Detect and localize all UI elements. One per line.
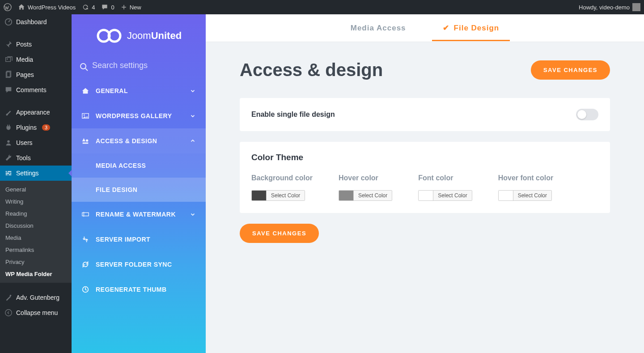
- pages-icon: [4, 71, 13, 79]
- settings-submenu: General Writing Reading Discussion Media…: [0, 181, 72, 283]
- font-color-swatch: [419, 191, 433, 200]
- updates-link[interactable]: 4: [82, 4, 95, 11]
- background-color-swatch: [252, 191, 266, 200]
- wrench-icon: [4, 154, 13, 162]
- font-select-color-button[interactable]: Select Color: [433, 191, 471, 200]
- tab-file-design[interactable]: ✔ File Design: [440, 15, 502, 41]
- rename-icon: [81, 210, 90, 218]
- color-theme-card: Color Theme Background color Select Colo…: [240, 142, 610, 213]
- menu-appearance[interactable]: Appearance: [0, 105, 72, 120]
- ju-submenu-file-design[interactable]: FILE DESIGN: [72, 178, 206, 202]
- wp-admin-sidebar: Dashboard Posts Media Pages Comments App…: [0, 14, 72, 353]
- enable-single-file-label: Enable single file design: [251, 111, 335, 119]
- user-icon: [4, 139, 13, 147]
- design-icon: [81, 137, 90, 145]
- content-area: Media Access ✔ File Design Access & desi…: [206, 14, 644, 353]
- hover-select-color-button[interactable]: Select Color: [353, 191, 392, 200]
- search-input[interactable]: [80, 61, 198, 70]
- chevron-down-icon: [190, 88, 196, 94]
- svg-rect-14: [82, 213, 89, 216]
- color-theme-heading: Color Theme: [251, 153, 598, 162]
- user-greeting[interactable]: Howdy, video-demo: [579, 3, 640, 11]
- menu-comments[interactable]: Comments: [0, 82, 72, 98]
- ju-menu-access-design[interactable]: ACCESS & DESIGN: [72, 128, 206, 153]
- site-name-link[interactable]: WordPress Videos: [18, 4, 76, 11]
- hover-font-color-field: Hover font color Select Color: [498, 174, 554, 202]
- page-body: Access & design SAVE CHANGES Enable sing…: [206, 42, 644, 261]
- comment-icon: [4, 86, 13, 94]
- svg-point-6: [7, 140, 9, 143]
- settings-search: [72, 56, 206, 78]
- background-select-color-button[interactable]: Select Color: [266, 191, 305, 200]
- menu-settings[interactable]: Settings: [0, 166, 72, 181]
- submenu-writing[interactable]: Writing: [0, 196, 72, 208]
- menu-plugins[interactable]: Plugins 3: [0, 120, 72, 135]
- admin-bar-left: WordPress Videos 4 0 New: [4, 3, 141, 11]
- enable-single-file-toggle[interactable]: [576, 109, 598, 120]
- avatar: [632, 3, 640, 11]
- menu-media[interactable]: Media: [0, 52, 72, 67]
- ju-menu-server-folder-sync[interactable]: SERVER FOLDER SYNC: [72, 252, 206, 277]
- submenu-media[interactable]: Media: [0, 232, 72, 244]
- comments-link[interactable]: 0: [101, 4, 114, 11]
- import-icon: [81, 235, 90, 243]
- ju-submenu-media-access[interactable]: MEDIA ACCESS: [72, 153, 206, 178]
- ju-submenu-access-design: MEDIA ACCESS FILE DESIGN: [72, 153, 206, 202]
- updates-count: 4: [92, 4, 95, 11]
- hover-color-picker[interactable]: Select Color: [339, 190, 392, 201]
- menu-dashboard[interactable]: Dashboard: [0, 14, 72, 30]
- hover-font-color-swatch: [499, 191, 513, 200]
- svg-point-13: [84, 115, 85, 116]
- plug-icon: [4, 123, 13, 132]
- submenu-reading[interactable]: Reading: [0, 208, 72, 220]
- hover-color-field: Hover color Select Color: [339, 174, 392, 202]
- background-color-picker[interactable]: Select Color: [251, 190, 305, 201]
- check-icon: ✔: [443, 23, 449, 33]
- content-tabs: Media Access ✔ File Design: [206, 14, 644, 42]
- image-icon: [81, 112, 90, 120]
- menu-tools[interactable]: Tools: [0, 150, 72, 166]
- submenu-permalinks[interactable]: Permalinks: [0, 244, 72, 256]
- menu-posts[interactable]: Posts: [0, 37, 72, 52]
- enable-single-file-card: Enable single file design: [240, 98, 610, 131]
- svg-point-11: [80, 64, 86, 69]
- tab-media-access[interactable]: Media Access: [348, 16, 409, 41]
- search-icon: [80, 63, 89, 72]
- svg-point-3: [7, 59, 8, 60]
- save-changes-top-button[interactable]: SAVE CHANGES: [531, 60, 610, 80]
- pin-icon: [4, 40, 13, 48]
- chevron-down-icon: [190, 211, 196, 217]
- chevron-up-icon: [190, 138, 196, 144]
- home-icon: [81, 87, 90, 95]
- new-content-link[interactable]: New: [121, 4, 141, 11]
- ju-menu-server-import[interactable]: SERVER IMPORT: [72, 227, 206, 252]
- save-changes-bottom-button[interactable]: SAVE CHANGES: [240, 224, 319, 243]
- ju-menu-general[interactable]: GENERAL: [72, 78, 206, 103]
- regenerate-icon: [81, 285, 90, 293]
- dashboard-icon: [4, 18, 13, 26]
- submenu-general[interactable]: General: [0, 183, 72, 196]
- site-name: WordPress Videos: [28, 4, 76, 11]
- admin-bar-right: Howdy, video-demo: [579, 3, 640, 11]
- font-color-field: Font color Select Color: [418, 174, 472, 202]
- menu-adv-gutenberg[interactable]: Adv. Gutenberg: [0, 290, 72, 305]
- hover-font-color-picker[interactable]: Select Color: [498, 190, 552, 201]
- gutenberg-icon: [4, 293, 13, 302]
- chevron-down-icon: [190, 113, 196, 119]
- ju-menu-regenerate-thumb[interactable]: REGENERATE THUMB: [72, 277, 206, 302]
- sliders-icon: [4, 169, 13, 177]
- submenu-discussion[interactable]: Discussion: [0, 220, 72, 232]
- submenu-privacy[interactable]: Privacy: [0, 256, 72, 268]
- svg-point-7: [10, 295, 12, 297]
- ju-menu-rename-watermark[interactable]: RENAME & WATERMARK: [72, 202, 206, 227]
- collapse-menu[interactable]: Collapse menu: [0, 305, 72, 320]
- media-icon: [4, 55, 13, 64]
- wp-logo-icon[interactable]: [4, 3, 12, 11]
- menu-pages[interactable]: Pages: [0, 67, 72, 82]
- submenu-wp-media-folder[interactable]: WP Media Folder: [0, 268, 72, 280]
- menu-users[interactable]: Users: [0, 135, 72, 150]
- comments-count: 0: [111, 4, 114, 11]
- hover-font-select-color-button[interactable]: Select Color: [513, 191, 551, 200]
- ju-menu-wordpress-gallery[interactable]: WORDPRESS GALLERY: [72, 103, 206, 128]
- font-color-picker[interactable]: Select Color: [418, 190, 472, 201]
